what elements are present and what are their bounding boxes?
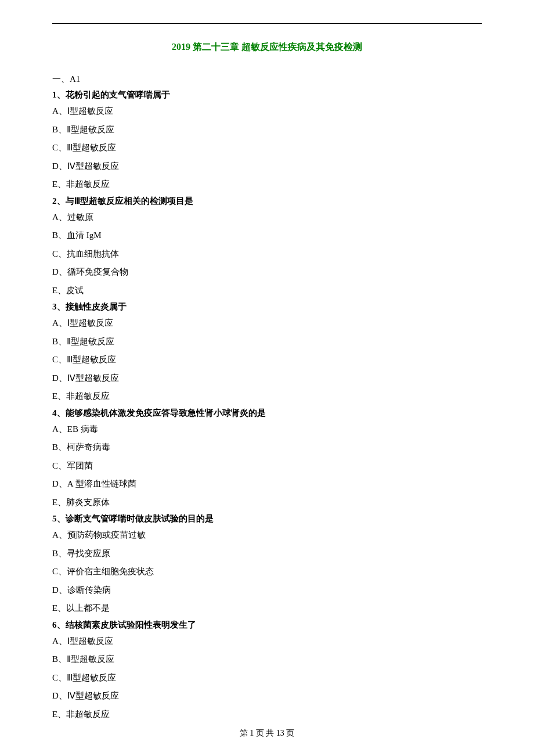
option-c: C、Ⅲ型超敏反应 xyxy=(52,671,482,686)
option-d: D、Ⅳ型超敏反应 xyxy=(52,159,482,174)
option-a: A、预防药物或疫苗过敏 xyxy=(52,528,482,543)
question-number: 3、 xyxy=(52,302,66,311)
question-text: 5、诊断支气管哮喘时做皮肤试验的目的是 xyxy=(52,513,482,524)
option-e: E、以上都不是 xyxy=(52,601,482,616)
option-a: A、Ⅰ型超敏反应 xyxy=(52,104,482,119)
option-b: B、血清 IgM xyxy=(52,228,482,243)
option-d: D、A 型溶血性链球菌 xyxy=(52,477,482,492)
option-d: D、Ⅳ型超敏反应 xyxy=(52,371,482,386)
option-a: A、Ⅰ型超敏反应 xyxy=(52,316,482,331)
question-stem: 花粉引起的支气管哮喘属于 xyxy=(66,90,170,99)
question-text: 2、与Ⅲ型超敏反应相关的检测项目是 xyxy=(52,196,482,207)
option-e: E、肺炎支原体 xyxy=(52,495,482,510)
option-c: C、Ⅲ型超敏反应 xyxy=(52,352,482,368)
option-c: C、军团菌 xyxy=(52,459,482,474)
option-e: E、皮试 xyxy=(52,283,482,298)
question-block-5: 5、诊断支气管哮喘时做皮肤试验的目的是 A、预防药物或疫苗过敏 B、寻找变应原 … xyxy=(52,513,482,616)
document-title: 2019 第二十三章 超敏反应性疾病及其免疫检测 xyxy=(52,41,482,53)
option-a: A、EB 病毒 xyxy=(52,422,482,437)
option-c: C、评价宿主细胞免疫状态 xyxy=(52,564,482,579)
option-e: E、非超敏反应 xyxy=(52,177,482,192)
question-stem: 接触性皮炎属于 xyxy=(66,302,127,311)
question-stem: 诊断支气管哮喘时做皮肤试验的目的是 xyxy=(66,514,214,523)
option-b: B、柯萨奇病毒 xyxy=(52,440,482,455)
question-text: 4、能够感染机体激发免疫应答导致急性肾小球肾炎的是 xyxy=(52,408,482,419)
question-text: 1、花粉引起的支气管哮喘属于 xyxy=(52,89,482,100)
question-block-1: 1、花粉引起的支气管哮喘属于 A、Ⅰ型超敏反应 B、Ⅱ型超敏反应 C、Ⅲ型超敏反… xyxy=(52,89,482,192)
question-stem: 能够感染机体激发免疫应答导致急性肾小球肾炎的是 xyxy=(66,408,266,417)
question-block-4: 4、能够感染机体激发免疫应答导致急性肾小球肾炎的是 A、EB 病毒 B、柯萨奇病… xyxy=(52,408,482,510)
question-number: 1、 xyxy=(52,90,66,99)
question-number: 4、 xyxy=(52,408,66,417)
section-header: 一、A1 xyxy=(52,74,482,85)
option-e: E、非超敏反应 xyxy=(52,389,482,404)
question-number: 5、 xyxy=(52,514,66,523)
page-footer: 第 1 页 共 13 页 xyxy=(0,728,534,739)
option-e: E、非超敏反应 xyxy=(52,707,482,722)
option-d: D、循环免疫复合物 xyxy=(52,265,482,280)
option-a: A、Ⅰ型超敏反应 xyxy=(52,634,482,649)
question-number: 6、 xyxy=(52,620,66,629)
question-number: 2、 xyxy=(52,196,66,206)
option-b: B、寻找变应原 xyxy=(52,546,482,561)
option-d: D、Ⅳ型超敏反应 xyxy=(52,689,482,704)
option-b: B、Ⅱ型超敏反应 xyxy=(52,123,482,138)
option-a: A、过敏原 xyxy=(52,210,482,225)
question-block-3: 3、接触性皮炎属于 A、Ⅰ型超敏反应 B、Ⅱ型超敏反应 C、Ⅲ型超敏反应 D、Ⅳ… xyxy=(52,301,482,404)
option-c: C、抗血细胞抗体 xyxy=(52,247,482,262)
question-block-6: 6、结核菌素皮肤试验阳性表明发生了 A、Ⅰ型超敏反应 B、Ⅱ型超敏反应 C、Ⅲ型… xyxy=(52,620,482,722)
question-block-2: 2、与Ⅲ型超敏反应相关的检测项目是 A、过敏原 B、血清 IgM C、抗血细胞抗… xyxy=(52,196,482,298)
option-b: B、Ⅱ型超敏反应 xyxy=(52,334,482,350)
question-stem: 与Ⅲ型超敏反应相关的检测项目是 xyxy=(66,196,193,206)
option-b: B、Ⅱ型超敏反应 xyxy=(52,652,482,667)
top-border-line xyxy=(52,23,482,24)
question-stem: 结核菌素皮肤试验阳性表明发生了 xyxy=(66,620,196,629)
option-c: C、Ⅲ型超敏反应 xyxy=(52,141,482,156)
question-text: 3、接触性皮炎属于 xyxy=(52,301,482,312)
question-text: 6、结核菌素皮肤试验阳性表明发生了 xyxy=(52,620,482,631)
option-d: D、诊断传染病 xyxy=(52,583,482,598)
